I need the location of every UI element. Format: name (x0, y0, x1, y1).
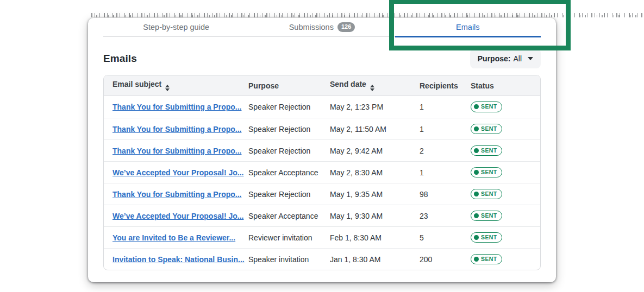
purpose-cell: Speaker Rejection (248, 125, 330, 134)
status-label: SENT (481, 191, 497, 198)
recipients-cell: 98 (420, 190, 471, 199)
status-label: SENT (481, 169, 497, 176)
status-dot-icon (474, 148, 479, 153)
email-subject-link[interactable]: Thank You for Submitting a Propo... (112, 103, 241, 111)
send-date-cell: May 1, 9:35 AM (330, 190, 420, 199)
purpose-filter-label: Purpose: (478, 54, 511, 63)
table-row: We’ve Accepted Your Proposal! Jo... Spea… (104, 161, 540, 183)
sort-icon[interactable] (165, 85, 170, 91)
email-subject-link[interactable]: You are Invited to Be a Reviewer... (112, 233, 235, 242)
email-subject-link[interactable]: We’ve Accepted Your Proposal! Jo... (112, 212, 243, 220)
emails-panel: Step-by-step guide Submissions 126 Email… (88, 18, 556, 282)
highlight-annotation-box (389, 0, 571, 50)
column-label: Status (471, 81, 494, 90)
purpose-cell: Speaker Rejection (248, 103, 330, 111)
recipients-cell: 2 (420, 147, 471, 155)
column-header-recipients: Recipients (420, 81, 471, 90)
status-label: SENT (481, 212, 497, 220)
status-dot-icon (474, 170, 479, 175)
purpose-cell: Speaker Rejection (248, 147, 330, 155)
table-header-row: Email subject Purpose Send date Recipien… (104, 75, 540, 96)
submissions-count-badge: 126 (337, 22, 355, 31)
column-label: Recipients (420, 81, 458, 90)
column-header-send-date[interactable]: Send date (330, 80, 420, 91)
sort-icon[interactable] (370, 85, 374, 91)
status-label: SENT (481, 234, 497, 242)
column-label: Purpose (248, 81, 279, 90)
status-dot-icon (474, 235, 479, 240)
send-date-cell: May 2, 11:50 AM (330, 125, 420, 134)
recipients-cell: 200 (420, 255, 471, 264)
send-date-cell: May 2, 9:42 AM (330, 147, 420, 155)
status-label: SENT (481, 147, 497, 155)
purpose-cell: Reviewer invitation (248, 233, 330, 242)
send-date-cell: May 2, 1:23 PM (330, 103, 420, 111)
purpose-filter-value: All (513, 54, 522, 63)
recipients-cell: 1 (420, 168, 471, 177)
tab-label: Step-by-step guide (143, 23, 209, 31)
status-badge: SENT (471, 124, 502, 135)
recipients-cell: 23 (420, 212, 471, 220)
status-badge: SENT (471, 232, 502, 243)
purpose-cell: Speaker invitation (248, 255, 330, 264)
status-dot-icon (474, 213, 479, 218)
email-subject-link[interactable]: Thank You for Submitting a Propo... (112, 147, 241, 155)
email-subject-link[interactable]: Invitation to Speak: National Busin... (112, 255, 245, 264)
column-label: Send date (330, 80, 366, 88)
table-row: We’ve Accepted Your Proposal! Jo... Spea… (104, 205, 540, 226)
purpose-cell: Speaker Acceptance (248, 212, 330, 220)
email-subject-link[interactable]: Thank You for Submitting a Propo... (112, 125, 241, 134)
page-title: Emails (103, 53, 137, 65)
status-dot-icon (474, 104, 479, 109)
status-dot-icon (474, 257, 479, 262)
tab-step-by-step-guide[interactable]: Step-by-step guide (103, 18, 249, 36)
recipients-cell: 1 (420, 103, 471, 111)
status-label: SENT (481, 103, 497, 111)
page-header: Emails Purpose: All (103, 49, 541, 68)
table-row: Thank You for Submitting a Propo... Spea… (104, 118, 540, 139)
table-row: Invitation to Speak: National Busin... S… (104, 248, 540, 270)
send-date-cell: May 1, 9:30 AM (330, 212, 420, 220)
tab-label: Submissions (289, 23, 334, 31)
status-badge: SENT (471, 101, 502, 112)
emails-content: Emails Purpose: All Email subject Purpos… (88, 49, 556, 270)
status-badge: SENT (471, 167, 502, 178)
purpose-cell: Speaker Rejection (248, 190, 330, 199)
table-row: You are Invited to Be a Reviewer... Revi… (104, 226, 540, 248)
column-label: Email subject (112, 80, 161, 88)
column-header-purpose: Purpose (248, 81, 330, 90)
email-subject-link[interactable]: We’ve Accepted Your Proposal! Jo... (112, 168, 243, 177)
table-row: Thank You for Submitting a Propo... Spea… (104, 139, 540, 161)
status-dot-icon (474, 192, 479, 196)
recipients-cell: 5 (420, 233, 471, 242)
emails-table: Email subject Purpose Send date Recipien… (103, 75, 541, 270)
status-badge: SENT (471, 254, 502, 265)
email-subject-link[interactable]: Thank You for Submitting a Propo... (112, 190, 241, 199)
tab-submissions[interactable]: Submissions 126 (249, 18, 395, 36)
status-badge: SENT (471, 145, 502, 156)
send-date-cell: Jan 1, 8:30 AM (330, 255, 420, 264)
column-header-status: Status (471, 81, 540, 90)
send-date-cell: Feb 1, 8:30 AM (330, 233, 420, 242)
status-dot-icon (474, 126, 479, 131)
purpose-filter-dropdown[interactable]: Purpose: All (470, 49, 541, 68)
table-row: Thank You for Submitting a Propo... Spea… (104, 183, 540, 205)
recipients-cell: 1 (420, 125, 471, 134)
column-header-email-subject[interactable]: Email subject (104, 80, 248, 91)
purpose-cell: Speaker Acceptance (248, 168, 330, 177)
status-label: SENT (481, 125, 497, 133)
table-row: Thank You for Submitting a Propo... Spea… (104, 96, 540, 118)
screenshot-canvas: Step-by-step guide Submissions 126 Email… (0, 0, 644, 292)
chevron-down-icon (528, 57, 533, 60)
status-badge: SENT (471, 211, 502, 221)
send-date-cell: May 2, 8:30 AM (330, 168, 420, 177)
status-label: SENT (481, 256, 497, 263)
status-badge: SENT (471, 189, 502, 200)
